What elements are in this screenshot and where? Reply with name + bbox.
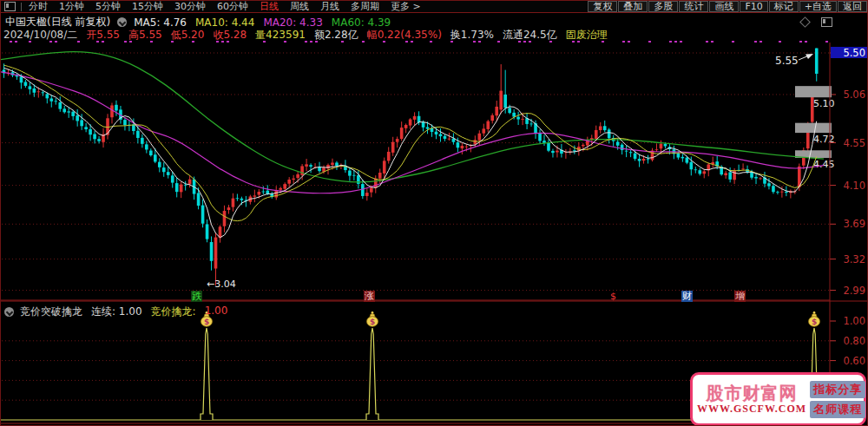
toolbar-buttons: 复权叠加多股统计画线F10标记+自选返回 xyxy=(587,1,867,12)
chart-annotations: 5.55 xyxy=(775,54,813,67)
period-tab-15分钟[interactable]: 15分钟 xyxy=(132,0,163,13)
charts-canvas: 5.505.064.554.103.693.322.995.104.724.45… xyxy=(1,1,868,426)
period-tab-更多 >[interactable]: 更多 > xyxy=(391,0,421,13)
period-tab-日线[interactable]: 日线 xyxy=(260,0,279,13)
svg-text:$: $ xyxy=(370,318,375,326)
ma-value: MA10: 4.44 xyxy=(195,16,254,29)
menu-divider xyxy=(21,3,22,11)
svg-text:3.32: 3.32 xyxy=(843,253,865,265)
quote-field: 量423591 xyxy=(255,28,306,43)
watermark-title: 股市财富网 xyxy=(697,383,806,403)
period-menubar: 分时1分钟5分钟15分钟30分钟60分钟日线周线月线多周期更多 > 复权叠加多股… xyxy=(1,1,867,13)
toolbar-button-复权[interactable]: 复权 xyxy=(588,1,617,12)
quote-field: 换1.73% xyxy=(450,28,494,43)
quote-field: 额2.28亿 xyxy=(314,28,358,43)
money-bag-icon: $ xyxy=(809,311,820,326)
event-marker-涨: 涨 xyxy=(364,291,375,302)
event-marker-$: $ xyxy=(609,291,617,302)
svg-text:5.10: 5.10 xyxy=(813,98,835,109)
svg-text:5.50: 5.50 xyxy=(843,47,865,59)
period-tab-多周期[interactable]: 多周期 xyxy=(351,0,379,13)
svg-text:5.06: 5.06 xyxy=(843,88,865,101)
period-tab-周线[interactable]: 周线 xyxy=(290,0,309,13)
svg-text:4.55: 4.55 xyxy=(843,137,865,149)
indicator-values: 连续: 1.00竞价擒龙:1.00 xyxy=(91,305,236,319)
ma-value: MA60: 4.39 xyxy=(332,16,391,29)
svg-text:0.60: 0.60 xyxy=(843,355,865,367)
svg-text:3.69: 3.69 xyxy=(843,218,865,230)
money-bag-icon: $ xyxy=(367,311,378,326)
indicator-value: 竞价擒龙: xyxy=(151,305,196,319)
svg-text:1.00: 1.00 xyxy=(843,315,865,327)
toolbar-button-返回[interactable]: 返回 xyxy=(838,1,867,12)
period-tabs: 分时1分钟5分钟15分钟30分钟60分钟日线周线月线多周期更多 > xyxy=(29,0,432,13)
toolbar-button-统计[interactable]: 统计 xyxy=(679,1,708,12)
indicator-title: 竞价突破擒龙 xyxy=(20,305,82,319)
watermark-badge: 名师课程 xyxy=(810,401,865,418)
period-tab-30分钟[interactable]: 30分钟 xyxy=(174,0,206,13)
svg-text:4.72: 4.72 xyxy=(813,134,835,145)
toolbar-button-画线[interactable]: 画线 xyxy=(709,1,739,12)
toolbar-button-多股[interactable]: 多股 xyxy=(648,1,678,12)
period-tab-60分钟[interactable]: 60分钟 xyxy=(217,0,248,13)
quote-field: 2024/10/08/二 xyxy=(3,28,77,43)
indicator-header: 竞价突破擒龙 连续: 1.00竞价擒龙:1.00 xyxy=(4,305,236,319)
svg-text:2.99: 2.99 xyxy=(843,285,865,297)
watermark-badge: 指标分享 xyxy=(810,381,865,398)
mini-window-controls xyxy=(801,17,832,27)
tdx-window: 5.505.064.554.103.693.322.995.104.724.45… xyxy=(0,0,868,426)
split-window-icon[interactable] xyxy=(821,17,832,27)
svg-text:4.10: 4.10 xyxy=(843,180,865,192)
ma-value: MA5: 4.76 xyxy=(134,16,187,29)
ma-values: MA5: 4.76MA10: 4.44MA20: 4.33MA60: 4.39 xyxy=(134,16,399,29)
quote-field: 低5.20 xyxy=(171,28,205,43)
axis-labels: 5.505.064.554.103.693.322.99 xyxy=(830,47,868,297)
chevron-down-circle-icon[interactable] xyxy=(117,17,127,27)
indicator-value: 1.00 xyxy=(205,305,228,319)
watermark: 股市财富网 WWW.GSCFW.COM 指标分享名师课程 xyxy=(690,372,866,426)
period-tab-1分钟[interactable]: 1分钟 xyxy=(59,0,84,13)
toolbar-button-标记[interactable]: 标记 xyxy=(769,1,799,12)
period-tab-月线[interactable]: 月线 xyxy=(320,0,339,13)
quote-field: 开5.55 xyxy=(86,28,120,43)
event-marker-财: 财 xyxy=(681,291,693,302)
diamond-icon[interactable] xyxy=(799,16,811,28)
info-row-quote: 2024/10/08/二开5.55高5.55低5.20收5.28量423591额… xyxy=(3,28,616,43)
chevron-down-circle-icon[interactable] xyxy=(4,307,14,317)
event-marker-跌: 跌 xyxy=(191,291,202,302)
ma-lines xyxy=(1,52,824,238)
svg-text:0.80: 0.80 xyxy=(843,335,865,347)
toolbar-button-叠加[interactable]: 叠加 xyxy=(618,1,648,12)
quote-field: 收5.28 xyxy=(213,28,247,43)
indicator-value: 连续: 1.00 xyxy=(91,305,142,319)
watermark-url: WWW.GSCFW.COM xyxy=(697,403,806,415)
period-tab-分时[interactable]: 分时 xyxy=(29,0,48,13)
ma-value: MA20: 4.33 xyxy=(263,16,322,29)
svg-text:4.45: 4.45 xyxy=(813,159,835,170)
panel-borders xyxy=(1,43,868,426)
toolbar-button-+自选[interactable]: +自选 xyxy=(799,1,837,12)
quote-field: 高5.55 xyxy=(128,28,162,43)
watermark-badges: 指标分享名师课程 xyxy=(810,379,865,419)
low-price-label: ←3.04 xyxy=(207,279,236,290)
svg-text:$: $ xyxy=(812,318,817,326)
period-tab-5分钟[interactable]: 5分钟 xyxy=(95,0,121,13)
quote-field: 流通24.5亿 xyxy=(503,28,557,43)
candlestick-series xyxy=(3,49,819,286)
toolbar-button-F10[interactable]: F10 xyxy=(740,1,767,12)
svg-text:5.55: 5.55 xyxy=(775,55,799,67)
quote-field: 幅0.22(4.35%) xyxy=(367,28,442,43)
event-marker-增: 增 xyxy=(734,291,746,302)
layout-icon[interactable] xyxy=(4,2,16,11)
quote-field: 固废治理 xyxy=(566,28,608,43)
